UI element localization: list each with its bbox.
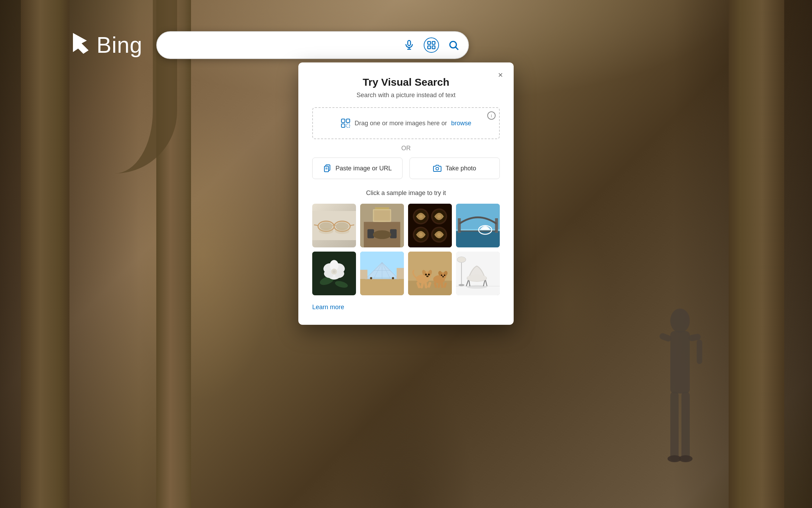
camera-button-label: Take photo [446,165,476,172]
sample-image-coffee[interactable] [408,204,452,247]
svg-point-96 [428,274,430,276]
modal-subtitle: Search with a picture instead of text [312,92,500,99]
svg-rect-19 [341,119,345,122]
action-buttons: Paste image or URL Take photo [312,158,500,179]
svg-point-121 [466,285,487,289]
sample-image-dining[interactable] [360,204,404,247]
sample-image-sydney[interactable] [456,204,500,247]
svg-point-37 [335,228,349,234]
drop-zone[interactable]: Drag one or more images here or browse i [312,107,500,139]
svg-rect-85 [360,270,367,279]
drop-zone-content: Drag one or more images here or browse [320,118,492,128]
svg-point-123 [458,284,464,286]
take-photo-button[interactable]: Take photo [409,158,500,179]
close-icon: × [498,70,503,80]
svg-point-88 [392,277,394,279]
sample-images-grid [312,204,500,295]
learn-more-link[interactable]: Learn more [312,304,344,311]
svg-point-106 [441,274,442,276]
drag-icon [341,118,350,128]
paste-icon [323,164,331,172]
info-icon[interactable]: i [487,111,496,120]
svg-point-49 [419,215,423,219]
svg-rect-41 [367,229,374,238]
svg-point-95 [425,274,427,276]
svg-point-76 [333,270,335,273]
camera-icon [433,164,441,172]
svg-rect-22 [346,124,350,127]
sample-image-dogs[interactable] [408,252,452,295]
sample-image-pyramid[interactable] [360,252,404,295]
modal-title: Try Visual Search [312,76,500,88]
svg-point-120 [467,274,487,281]
svg-rect-20 [346,119,350,122]
or-divider: OR [312,145,500,152]
sample-image-rose[interactable] [312,252,356,295]
sample-image-chair[interactable] [456,252,500,295]
svg-rect-61 [456,231,500,247]
sample-image-sunglasses[interactable] [312,204,356,247]
svg-rect-45 [374,210,390,221]
modal-overlay: × Try Visual Search Search with a pictur… [0,0,812,508]
visual-search-modal: × Try Visual Search Search with a pictur… [298,62,514,325]
modal-close-button[interactable]: × [494,69,507,81]
svg-rect-46 [408,204,452,247]
svg-point-27 [436,167,439,170]
sample-images-label: Click a sample image to try it [312,189,500,197]
svg-point-43 [373,230,391,239]
svg-point-108 [442,276,444,278]
svg-point-97 [426,276,429,277]
svg-point-52 [437,215,441,219]
svg-point-124 [457,257,466,263]
paste-image-button[interactable]: Paste image or URL [312,158,403,179]
svg-rect-79 [360,279,404,295]
svg-rect-21 [341,124,345,127]
svg-rect-42 [390,229,397,238]
svg-point-55 [419,233,423,237]
svg-rect-86 [397,268,404,279]
svg-point-58 [437,233,441,237]
paste-button-label: Paste image or URL [335,165,392,172]
drop-text: Drag one or more images here or [355,120,447,127]
svg-point-36 [319,228,333,234]
svg-point-107 [444,274,445,276]
browse-link[interactable]: browse [451,120,471,127]
modal-header: Try Visual Search Search with a picture … [312,76,500,99]
svg-point-87 [370,277,372,279]
